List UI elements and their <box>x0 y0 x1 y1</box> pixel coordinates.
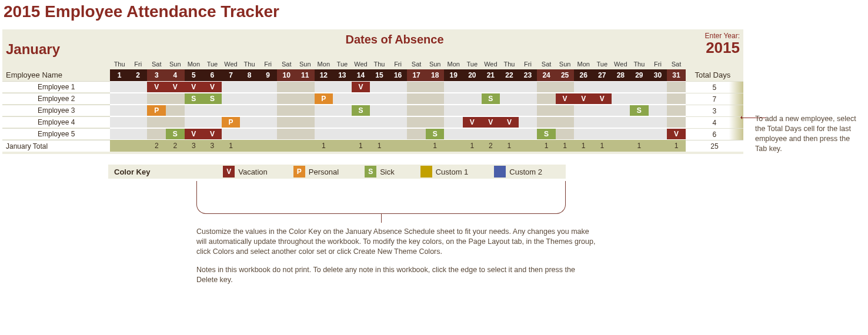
attendance-cell[interactable] <box>129 116 148 128</box>
day-number[interactable]: 11 <box>296 69 315 81</box>
attendance-cell[interactable] <box>482 128 500 140</box>
employee-name[interactable]: Employee 5 <box>2 128 110 140</box>
attendance-cell[interactable] <box>463 105 482 116</box>
attendance-cell[interactable]: V <box>166 81 185 93</box>
attendance-cell[interactable] <box>296 116 315 128</box>
attendance-cell[interactable] <box>389 105 408 116</box>
attendance-cell[interactable] <box>593 105 612 116</box>
day-number[interactable]: 27 <box>593 69 612 81</box>
attendance-cell[interactable] <box>426 116 445 128</box>
attendance-cell[interactable]: S <box>630 105 649 116</box>
attendance-cell[interactable] <box>147 116 166 128</box>
attendance-cell[interactable] <box>537 105 556 116</box>
attendance-cell[interactable] <box>519 93 538 105</box>
attendance-cell[interactable]: S <box>426 128 445 140</box>
day-number[interactable]: 26 <box>574 69 593 81</box>
attendance-cell[interactable] <box>277 81 296 93</box>
attendance-cell[interactable] <box>574 105 593 116</box>
attendance-cell[interactable] <box>667 116 686 128</box>
year-value[interactable]: 2015 <box>681 39 740 57</box>
attendance-cell[interactable]: P <box>222 116 241 128</box>
attendance-cell[interactable] <box>259 93 278 105</box>
attendance-cell[interactable] <box>574 81 593 93</box>
day-number[interactable]: 1 <box>110 69 129 81</box>
day-number[interactable]: 29 <box>630 69 649 81</box>
employee-total[interactable]: 7 <box>686 93 743 105</box>
employee-total[interactable]: 3 <box>686 105 743 116</box>
attendance-cell[interactable] <box>500 105 519 116</box>
day-number[interactable]: 13 <box>333 69 352 81</box>
day-number[interactable]: 18 <box>426 69 445 81</box>
day-number[interactable]: 14 <box>352 69 370 81</box>
attendance-cell[interactable] <box>277 105 296 116</box>
attendance-cell[interactable] <box>315 81 333 93</box>
attendance-cell[interactable] <box>482 105 500 116</box>
day-number[interactable]: 9 <box>259 69 278 81</box>
attendance-cell[interactable] <box>389 93 408 105</box>
attendance-cell[interactable] <box>519 105 538 116</box>
attendance-cell[interactable]: V <box>203 128 222 140</box>
attendance-cell[interactable] <box>333 93 352 105</box>
day-number[interactable]: 30 <box>649 69 667 81</box>
attendance-cell[interactable] <box>463 93 482 105</box>
day-number[interactable]: 28 <box>612 69 630 81</box>
attendance-cell[interactable]: V <box>667 128 686 140</box>
attendance-cell[interactable]: V <box>147 81 166 93</box>
attendance-cell[interactable] <box>277 128 296 140</box>
day-number[interactable]: 22 <box>500 69 519 81</box>
attendance-cell[interactable]: P <box>315 93 333 105</box>
attendance-cell[interactable] <box>333 128 352 140</box>
attendance-cell[interactable] <box>240 93 259 105</box>
attendance-cell[interactable] <box>203 116 222 128</box>
attendance-cell[interactable] <box>166 93 185 105</box>
attendance-cell[interactable] <box>389 128 408 140</box>
day-number[interactable]: 31 <box>667 69 686 81</box>
attendance-cell[interactable] <box>110 116 129 128</box>
attendance-cell[interactable] <box>426 93 445 105</box>
attendance-cell[interactable] <box>333 81 352 93</box>
employee-total[interactable]: 5 <box>686 81 743 93</box>
attendance-cell[interactable] <box>556 105 575 116</box>
attendance-cell[interactable] <box>407 81 426 93</box>
attendance-cell[interactable] <box>315 116 333 128</box>
attendance-cell[interactable] <box>593 128 612 140</box>
employee-total[interactable]: 6 <box>686 128 743 140</box>
attendance-cell[interactable] <box>222 128 241 140</box>
attendance-cell[interactable] <box>315 105 333 116</box>
attendance-cell[interactable]: V <box>185 128 203 140</box>
attendance-cell[interactable] <box>500 128 519 140</box>
attendance-cell[interactable]: S <box>166 128 185 140</box>
attendance-cell[interactable] <box>593 81 612 93</box>
attendance-cell[interactable] <box>222 93 241 105</box>
attendance-cell[interactable]: V <box>352 81 370 93</box>
day-number[interactable]: 24 <box>537 69 556 81</box>
day-number[interactable]: 4 <box>166 69 185 81</box>
attendance-cell[interactable] <box>222 105 241 116</box>
attendance-cell[interactable] <box>203 105 222 116</box>
attendance-cell[interactable] <box>574 128 593 140</box>
attendance-cell[interactable]: V <box>574 93 593 105</box>
attendance-cell[interactable] <box>110 81 129 93</box>
attendance-cell[interactable] <box>444 81 463 93</box>
attendance-cell[interactable] <box>129 93 148 105</box>
attendance-cell[interactable] <box>463 128 482 140</box>
attendance-cell[interactable] <box>649 128 667 140</box>
attendance-cell[interactable] <box>407 116 426 128</box>
attendance-cell[interactable] <box>166 116 185 128</box>
attendance-cell[interactable] <box>426 81 445 93</box>
attendance-cell[interactable] <box>259 105 278 116</box>
attendance-cell[interactable]: S <box>185 93 203 105</box>
day-number[interactable]: 17 <box>407 69 426 81</box>
employee-name[interactable]: Employee 4 <box>2 116 110 128</box>
attendance-cell[interactable] <box>370 105 389 116</box>
attendance-cell[interactable] <box>574 116 593 128</box>
attendance-cell[interactable] <box>500 93 519 105</box>
attendance-cell[interactable]: V <box>500 116 519 128</box>
day-number[interactable]: 2 <box>129 69 148 81</box>
attendance-cell[interactable] <box>537 81 556 93</box>
day-number[interactable]: 23 <box>519 69 538 81</box>
attendance-cell[interactable] <box>129 105 148 116</box>
attendance-cell[interactable] <box>166 105 185 116</box>
attendance-cell[interactable] <box>407 93 426 105</box>
attendance-cell[interactable] <box>222 81 241 93</box>
